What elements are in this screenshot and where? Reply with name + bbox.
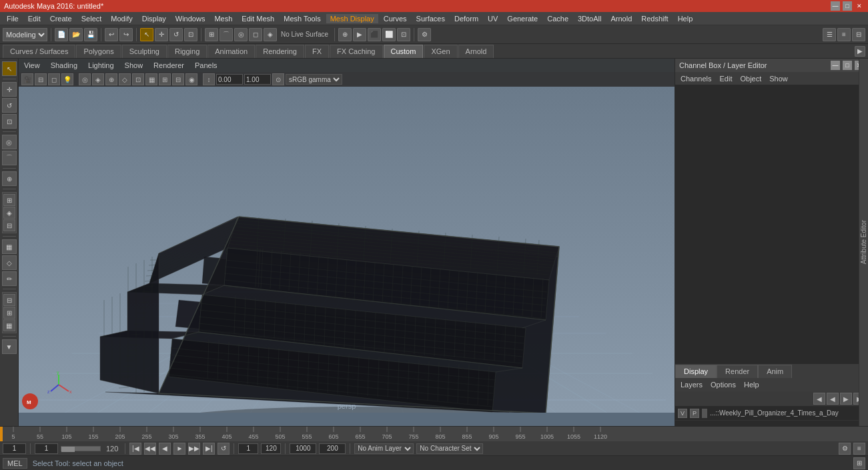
bc-icon-2[interactable]: ≡: [853, 443, 865, 455]
menu-mesh-display[interactable]: Mesh Display: [326, 14, 378, 23]
vp-isolate-icon[interactable]: ◉: [185, 73, 197, 85]
cb-menu-edit[interactable]: Edit: [717, 74, 735, 83]
snap-point-icon[interactable]: ◎: [234, 28, 248, 41]
ipr-icon[interactable]: ⬛: [368, 28, 381, 41]
menu-file[interactable]: File: [3, 14, 23, 23]
menu-display[interactable]: Display: [138, 14, 170, 23]
snap-curve-icon[interactable]: ⌒: [220, 28, 233, 41]
menu-uv[interactable]: UV: [484, 14, 502, 23]
render-icon[interactable]: ▶: [353, 28, 366, 41]
tab-curves-surfaces[interactable]: Curves / Surfaces: [3, 45, 75, 58]
menu-edit-mesh[interactable]: Edit Mesh: [238, 14, 278, 23]
pb-back[interactable]: ◀: [159, 443, 171, 455]
layer-tab-anim[interactable]: Anim: [758, 365, 792, 378]
maximize-button[interactable]: □: [843, 1, 852, 11]
cb-menu-show[interactable]: Show: [767, 74, 791, 83]
vp-menu-lighting[interactable]: Lighting: [85, 61, 117, 70]
rotate-tool-lt-icon[interactable]: ↺: [2, 98, 17, 113]
layers-menu[interactable]: Layers: [678, 380, 705, 389]
menu-edit[interactable]: Edit: [24, 14, 45, 23]
char-set-select[interactable]: No Character Set: [416, 443, 483, 454]
vp-shadow-icon[interactable]: ◇: [119, 73, 131, 85]
scroll-right-icon[interactable]: ▶: [855, 46, 865, 57]
close-button[interactable]: ✕: [855, 1, 864, 11]
help-menu[interactable]: Help: [741, 380, 762, 389]
vp-field1[interactable]: [216, 74, 243, 85]
cb-menu-channels[interactable]: Channels: [678, 74, 714, 83]
new-scene-icon[interactable]: 📄: [55, 28, 68, 41]
fps-input[interactable]: [290, 443, 316, 454]
current-frame-input2[interactable]: [35, 443, 58, 454]
render-settings-icon[interactable]: ⊕: [338, 28, 352, 41]
vp-texture-icon[interactable]: ◈: [92, 73, 104, 85]
pb-play[interactable]: ►: [173, 443, 185, 455]
layer-icon-1[interactable]: ◀: [813, 393, 825, 405]
status-icon-1[interactable]: ⊞: [853, 457, 865, 469]
translate-tool-icon[interactable]: ✛: [155, 28, 168, 41]
save-scene-icon[interactable]: 💾: [84, 28, 97, 41]
lasso-select-icon[interactable]: ⌒: [2, 151, 17, 165]
menu-curves[interactable]: Curves: [380, 14, 411, 23]
vp-hud-icon[interactable]: ⊟: [172, 73, 184, 85]
menu-3dtoall[interactable]: 3DtoAll: [574, 14, 605, 23]
layer-visibility-v[interactable]: V: [678, 409, 687, 418]
render-seq-icon[interactable]: ⊡: [397, 28, 410, 41]
panel-float-button[interactable]: □: [843, 61, 852, 70]
snap-grid-icon[interactable]: ⊞: [205, 28, 218, 41]
expand-icon[interactable]: ▼: [2, 339, 17, 354]
pb-forward[interactable]: ▶▶: [188, 443, 200, 455]
pb-step-back[interactable]: ◀◀: [144, 443, 156, 455]
layer-icon-3[interactable]: ▶: [840, 393, 852, 405]
menu-modify[interactable]: Modify: [107, 14, 136, 23]
workspace-selector[interactable]: Modeling: [3, 28, 47, 41]
select-icon[interactable]: ↖: [2, 61, 17, 76]
vp-menu-renderer[interactable]: Renderer: [151, 61, 187, 70]
vp-menu-panels[interactable]: Panels: [192, 61, 220, 70]
menu-surfaces[interactable]: Surfaces: [412, 14, 449, 23]
mel-button[interactable]: MEL: [3, 458, 27, 469]
scale-tool-lt-icon[interactable]: ⊡: [2, 114, 17, 129]
layer-tab-display[interactable]: Display: [675, 365, 717, 378]
tab-polygons[interactable]: Polygons: [76, 45, 121, 58]
vp-camera-icon[interactable]: 🎥: [21, 73, 33, 85]
vp-gamma-icon[interactable]: ⊙: [272, 73, 284, 85]
options-menu[interactable]: Options: [708, 380, 739, 389]
display-1-icon[interactable]: ⊟: [3, 294, 15, 306]
vp-lighting-icon[interactable]: 💡: [61, 73, 73, 85]
open-scene-icon[interactable]: 📂: [69, 28, 83, 41]
vp-menu-view[interactable]: View: [21, 61, 43, 70]
vp-menu-shading[interactable]: Shading: [48, 61, 80, 70]
timeline-ruler[interactable]: 5 55 105 155 205 255 305 355 405 455: [0, 427, 868, 441]
vp-aov-icon[interactable]: ⊕: [105, 73, 117, 85]
menu-arnold[interactable]: Arnold: [606, 14, 636, 23]
pb-loop[interactable]: ↺: [218, 443, 230, 455]
menu-cache[interactable]: Cache: [543, 14, 572, 23]
tab-custom[interactable]: Custom: [384, 45, 424, 58]
select-tool-icon[interactable]: ↖: [140, 28, 153, 41]
layer-visibility-p[interactable]: P: [690, 409, 699, 418]
tab-fx[interactable]: FX: [305, 45, 329, 58]
snap-edge-lt-icon[interactable]: ⊟: [3, 219, 15, 231]
vp-smooth-icon[interactable]: ◻: [48, 73, 60, 85]
settings-icon[interactable]: ⚙: [418, 28, 431, 41]
soft-select-icon[interactable]: ◎: [2, 135, 17, 149]
rotate-tool-icon[interactable]: ↺: [169, 28, 183, 41]
tab-rigging[interactable]: Rigging: [167, 45, 207, 58]
cb-menu-object[interactable]: Object: [737, 74, 764, 83]
show-render-icon[interactable]: ⬜: [382, 28, 396, 41]
vp-grid-icon[interactable]: ⊞: [159, 73, 171, 85]
vp-field2[interactable]: [244, 74, 271, 85]
pb-go-end[interactable]: ▶|: [203, 443, 215, 455]
panel-minimize-button[interactable]: —: [831, 61, 840, 70]
vp-res-icon[interactable]: ↕: [203, 73, 215, 85]
tab-arnold[interactable]: Arnold: [458, 45, 494, 58]
menu-help[interactable]: Help: [674, 14, 697, 23]
snap-live-icon[interactable]: ◈: [264, 28, 277, 41]
snap-pt-lt-icon[interactable]: ◈: [3, 207, 15, 219]
menu-windows[interactable]: Windows: [171, 14, 209, 23]
scale-tool-icon[interactable]: ⊡: [184, 28, 197, 41]
menu-create[interactable]: Create: [46, 14, 76, 23]
show-manipulator-icon[interactable]: ⊕: [2, 171, 17, 186]
hypershade-icon[interactable]: ◇: [2, 255, 17, 270]
vp-wireframe-icon[interactable]: ⊟: [35, 73, 47, 85]
